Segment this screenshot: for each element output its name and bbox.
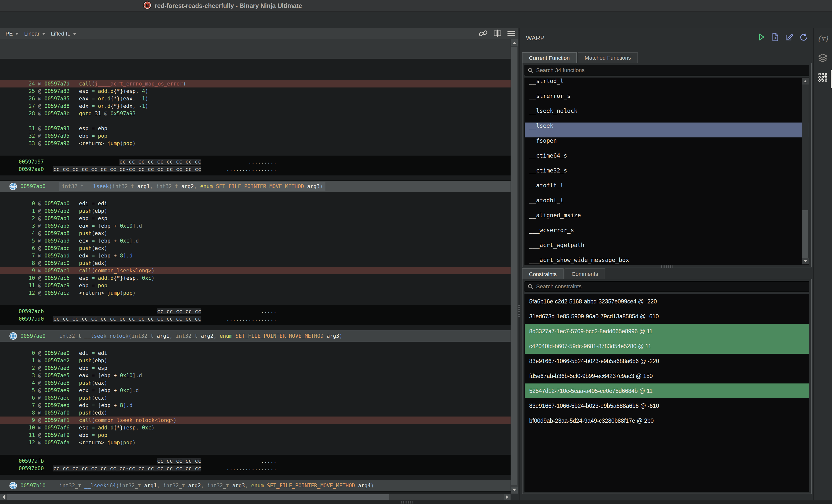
code-line[interactable]: 4 @ 00597ae8 push(eax) (0, 379, 511, 387)
code-line[interactable]: 5 @ 00597ab9 ecx = [ebp + 0xc].d (0, 237, 511, 245)
code-line[interactable]: 31 @ 00597a93 esp = ebp (0, 125, 511, 132)
code-line[interactable]: 9 @ 00597af1 call(common_lseek_nolock<lo… (0, 417, 511, 424)
function-list-item[interactable]: __ctime64_s (525, 152, 809, 167)
constraint-search-input[interactable] (524, 281, 809, 292)
constraint-item[interactable]: 8d3327a7-1ec7-5709-bcc2-8add665e8996 @ 1… (525, 324, 809, 339)
function-header-row[interactable]: 00597ae0int32_t __lseek_nolock(int32_t a… (0, 330, 511, 342)
function-list-item[interactable]: __strerror_s (525, 93, 809, 108)
layers-icon[interactable] (817, 53, 828, 64)
panel-splitter-grip[interactable] (518, 304, 520, 317)
code-line[interactable]: 6 @ 00597abc push(ecx) (0, 245, 511, 252)
il-level-dropdown[interactable]: Lifted IL (51, 31, 76, 37)
function-header-row[interactable]: 00597ab0int32_t __lseek(int32_t arg1, in… (0, 180, 511, 192)
code-line[interactable]: 33 @ 00597a96 <return> jump(pop) (0, 140, 511, 147)
hex-dump-block[interactable]: 00597acb cc cc cc cc cc .....00597ad0 cc… (0, 305, 511, 325)
code-line[interactable]: 3 @ 00597ab5 eax = [ebp + 0x10].d (0, 222, 511, 230)
list-scroll-thumb[interactable] (802, 210, 808, 259)
function-list-item[interactable]: __strtod_l (525, 78, 809, 93)
tab-comments[interactable]: Comments (565, 269, 605, 279)
constraint-item[interactable]: fd5e67ab-b36b-5cf0-9b99-ec64237c9ac3 @ 1… (525, 369, 809, 384)
horizontal-scroll-thumb[interactable] (7, 494, 389, 500)
constraint-item[interactable]: 83e91667-1066-5b24-b023-e9b5a688a6b6 @ -… (525, 354, 809, 369)
constraint-item[interactable]: bf00d9ab-23aa-5d24-9a49-c3280b88f17e @ 2… (525, 413, 809, 428)
code-line[interactable]: 12 @ 00597aca <return> jump(pop) (0, 289, 511, 297)
code-horizontal-scrollbar[interactable] (0, 494, 511, 500)
split-view-icon[interactable] (493, 29, 502, 39)
function-list-item[interactable]: __aligned_msize (525, 212, 809, 227)
code-line[interactable]: 12 @ 00597afa <return> jump(pop) (0, 439, 511, 446)
code-line[interactable]: 1 @ 00597ab2 push(ebp) (0, 207, 511, 215)
resize-grip[interactable] (401, 501, 413, 504)
code-line[interactable]: 4 @ 00597ab8 push(eax) (0, 230, 511, 237)
run-icon[interactable] (757, 33, 766, 43)
tab-matched-functions[interactable]: Matched Functions (578, 52, 638, 63)
function-list-item[interactable]: ___acrt_wgetpath (525, 242, 809, 257)
hex-row[interactable]: 00597acb cc cc cc cc cc ..... (0, 308, 511, 315)
code-line[interactable]: 32 @ 00597a95 ebp = pop (0, 132, 511, 140)
function-list-item[interactable]: __lseek_nolock (525, 108, 809, 122)
code-line[interactable]: 2 @ 00597ab3 ebp = esp (0, 215, 511, 222)
constraint-item[interactable]: 31ed673d-1e85-5909-96a0-79cd13a8585d @ -… (525, 309, 809, 324)
constraint-item[interactable]: 5fa6b16e-c2d2-5168-abbd-32357e099ce4 @ -… (525, 294, 809, 309)
code-line[interactable]: 7 @ 00597aed edx = [ebp + 8].d (0, 401, 511, 409)
binary-type-dropdown[interactable]: PE (5, 31, 19, 37)
refresh-icon[interactable] (799, 33, 808, 43)
hex-row[interactable]: 00597b00 cc cc cc cc cc cc cc cc-cc cc c… (0, 465, 511, 472)
constraint-item[interactable]: 52547d12-710c-5caa-a405-ce0e75d6684b @ 1… (525, 384, 809, 398)
link-icon[interactable] (478, 28, 488, 39)
code-line[interactable]: 10 @ 00597ac6 esp = add.d{*}(esp, 0xc) (0, 274, 511, 282)
scroll-up-button[interactable] (511, 39, 518, 46)
code-line[interactable]: 25 @ 00597a82 esp = add.d{*}(esp, 4) (0, 87, 511, 95)
code-line[interactable]: 1 @ 00597ae2 push(ebp) (0, 357, 511, 364)
variables-fx-icon[interactable]: (x) (817, 34, 828, 43)
warp-pattern-icon[interactable] (817, 72, 828, 84)
scroll-up-button[interactable] (802, 78, 809, 84)
hex-row[interactable]: 00597aa0 cc cc cc cc cc cc cc cc-cc cc c… (0, 166, 511, 173)
code-line[interactable]: 0 @ 00597ab0 edi = edi (0, 200, 511, 207)
code-line[interactable]: 24 @ 00597a7d call(j____acrt_errno_map_o… (0, 80, 511, 87)
constraint-item[interactable]: c42040fd-b607-59dc-9681-8783d54e5280 @ 1… (525, 339, 809, 354)
scroll-left-button[interactable] (0, 494, 6, 500)
function-search-input[interactable] (524, 65, 809, 76)
code-line[interactable]: 11 @ 00597af9 ebp = pop (0, 431, 511, 439)
function-search[interactable] (524, 65, 809, 76)
code-line[interactable]: 9 @ 00597ac1 call(common_lseek<long>) (0, 267, 511, 274)
code-line[interactable]: 2 @ 00597ae3 ebp = esp (0, 364, 511, 372)
code-line[interactable]: 6 @ 00597aec push(ecx) (0, 394, 511, 401)
function-list-item[interactable]: __fsopen (525, 137, 809, 152)
function-list-item[interactable]: __lseek (525, 122, 809, 137)
code-line[interactable]: 11 @ 00597ac9 ebp = pop (0, 282, 511, 289)
vertical-scroll-thumb[interactable] (511, 47, 517, 485)
hex-row[interactable]: 00597a97 cc-cc cc cc cc cc cc cc cc ....… (0, 158, 511, 166)
code-line[interactable]: 10 @ 00597af6 esp = add.d{*}(esp, 0xc) (0, 424, 511, 431)
hex-row[interactable]: 00597ad0 cc cc cc cc cc cc cc cc-cc cc c… (0, 315, 511, 323)
edit-icon[interactable] (785, 33, 794, 43)
code-line[interactable]: 3 @ 00597ae5 eax = [ebp + 0x10].d (0, 372, 511, 379)
view-mode-dropdown[interactable]: Linear (24, 31, 45, 37)
scroll-down-button[interactable] (511, 486, 518, 494)
code-line[interactable]: 27 @ 00597a88 edx = or.d{*}(edx, -1) (0, 103, 511, 110)
hex-row[interactable]: 00597afb cc cc cc cc cc ..... (0, 457, 511, 465)
constraint-item[interactable]: 83e91667-1066-5b24-b023-e9b5a688a6b6 @ -… (525, 398, 809, 413)
pane-splitter-grip[interactable] (661, 265, 673, 268)
code-line[interactable]: 7 @ 00597abd edx = [ebp + 8].d (0, 252, 511, 259)
hex-dump-block[interactable]: 00597afb cc cc cc cc cc .....00597b00 cc… (0, 455, 511, 475)
code-line[interactable]: 26 @ 00597a85 eax = or.d{*}(eax, -1) (0, 95, 511, 103)
tab-current-function[interactable]: Current Function (522, 52, 577, 63)
code-vertical-scrollbar[interactable] (511, 39, 518, 494)
constraint-list[interactable]: 5fa6b16e-c2d2-5168-abbd-32357e099ce4 @ -… (524, 294, 809, 492)
scroll-down-button[interactable] (802, 258, 809, 264)
code-line[interactable]: 8 @ 00597af0 push(edx) (0, 409, 511, 417)
code-line[interactable]: 28 @ 00597a8b goto 31 @ 0x597a93 (0, 110, 511, 117)
linear-disassembly-view[interactable]: 24 @ 00597a7d call(j____acrt_errno_map_o… (0, 59, 511, 494)
function-list-scrollbar[interactable] (802, 78, 809, 264)
function-list-item[interactable]: __ctime32_s (525, 167, 809, 182)
code-line[interactable]: 8 @ 00597ac0 push(edx) (0, 259, 511, 267)
constraint-search[interactable] (524, 281, 809, 292)
new-file-icon[interactable] (771, 33, 780, 43)
code-line[interactable]: 0 @ 00597ae0 edi = edi (0, 349, 511, 357)
function-list[interactable]: __strtod_l__strerror_s__lseek_nolock__ls… (524, 78, 809, 265)
tab-constraints[interactable]: Constraints (522, 269, 564, 279)
hex-dump-block[interactable]: 00597a97 cc-cc cc cc cc cc cc cc cc ....… (0, 156, 511, 175)
menu-icon[interactable] (506, 29, 516, 39)
